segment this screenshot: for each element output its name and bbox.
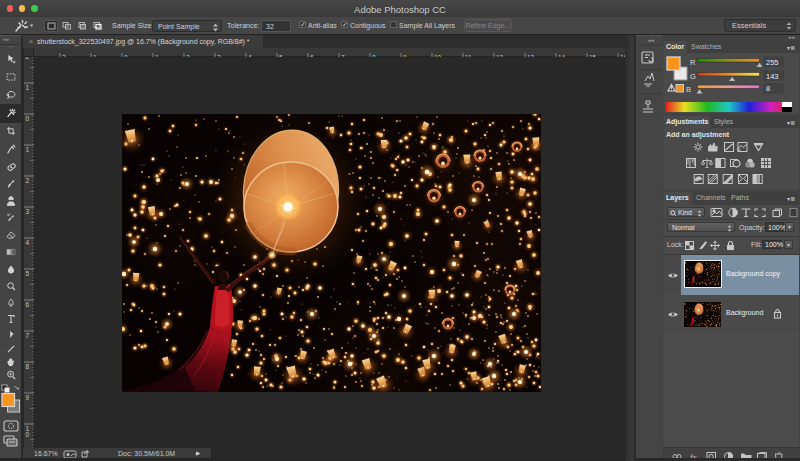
svg-text:G: G — [690, 72, 696, 81]
svg-text:B: B — [686, 85, 691, 94]
svg-text:6: 6 — [26, 301, 30, 308]
svg-text:0: 0 — [26, 431, 30, 438]
svg-text:4: 4 — [26, 239, 30, 246]
svg-text:««: «« — [648, 37, 655, 43]
svg-text:9: 9 — [26, 394, 30, 401]
svg-text:R: R — [690, 58, 696, 67]
svg-text:»»: »» — [3, 36, 9, 42]
svg-text:8: 8 — [26, 363, 30, 370]
svg-text:2: 2 — [26, 177, 30, 184]
svg-text:7: 7 — [26, 332, 30, 339]
svg-text:3: 3 — [26, 208, 30, 215]
svg-text:8: 8 — [766, 84, 770, 93]
svg-text:5: 5 — [26, 270, 30, 277]
svg-text:255: 255 — [766, 58, 779, 67]
svg-text:1: 1 — [26, 84, 30, 91]
svg-text:1: 1 — [26, 146, 30, 153]
svg-text:0: 0 — [26, 115, 30, 122]
svg-text:143: 143 — [766, 72, 779, 81]
